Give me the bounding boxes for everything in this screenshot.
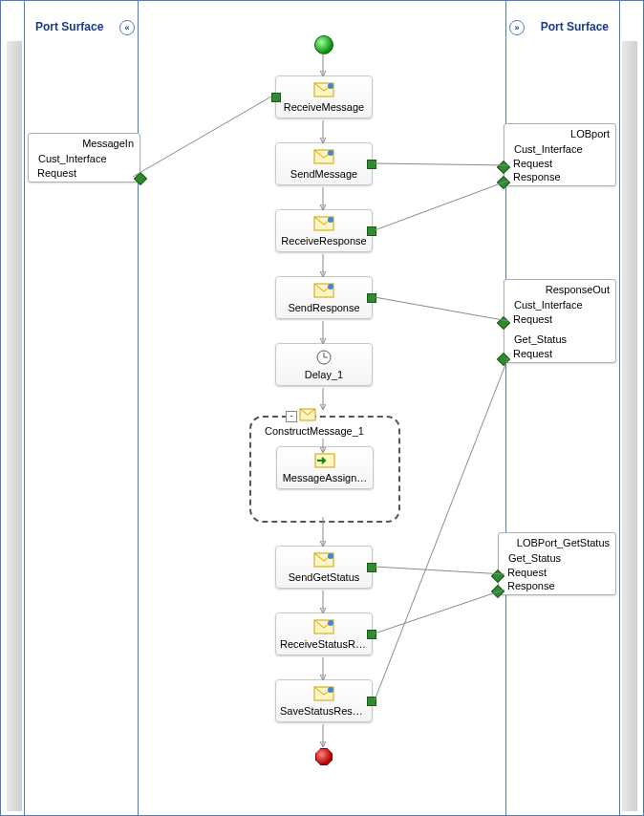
port-row-label: Request: [513, 348, 552, 359]
shape-connector-icon[interactable]: [271, 93, 281, 102]
port-row-label: Response: [507, 580, 555, 591]
right-port-strip: [622, 41, 637, 811]
port-title: LOBPort_GetStatus: [504, 537, 610, 550]
send-icon: [276, 684, 372, 703]
port-row[interactable]: Request: [504, 566, 610, 579]
right-port-surface-label: Port Surface: [541, 20, 609, 33]
port-connector-icon[interactable]: [497, 176, 510, 189]
port-operation: Get_Status: [504, 550, 610, 566]
port-row-label: Request: [37, 167, 76, 179]
end-node-icon[interactable]: [315, 748, 333, 765]
port-title: MessageIn: [34, 138, 134, 151]
port-operation: Cust_Interface: [34, 151, 134, 166]
shape-save-status-response[interactable]: SaveStatusResp…: [275, 679, 373, 722]
port-operation: Get_Status: [510, 332, 610, 347]
receive-icon: [276, 80, 372, 99]
collapse-toggle-icon[interactable]: -: [286, 411, 297, 422]
port-title: ResponseOut: [510, 284, 610, 297]
svg-point-14: [328, 553, 333, 559]
port-row-label: Response: [513, 171, 561, 183]
guide-line: [24, 1, 25, 815]
svg-point-5: [328, 217, 333, 223]
port-row-label: Request: [507, 567, 547, 578]
collapse-left-icon[interactable]: «: [119, 20, 135, 35]
port-connector-icon[interactable]: [134, 172, 147, 185]
shape-message-assignment[interactable]: MessageAssign…: [276, 446, 374, 489]
clock-icon: [276, 348, 372, 367]
shape-label: ConstructMessage_1: [261, 423, 389, 442]
shape-receive-message[interactable]: ReceiveMessage: [275, 75, 373, 118]
svg-line-30: [133, 97, 271, 177]
left-port-strip: [7, 41, 22, 811]
receive-icon: [276, 617, 372, 636]
svg-line-36: [375, 357, 508, 700]
shape-connector-icon[interactable]: [367, 697, 376, 706]
send-icon: [276, 281, 372, 300]
port-row[interactable]: Request: [510, 347, 610, 360]
shape-connector-icon[interactable]: [367, 226, 376, 236]
shape-label: SaveStatusResp…: [276, 703, 372, 721]
svg-point-18: [328, 687, 333, 693]
shape-label: MessageAssign…: [277, 470, 373, 488]
svg-line-34: [375, 567, 504, 574]
send-icon: [276, 550, 372, 569]
port-lobport[interactable]: LOBport Cust_Interface Request Response: [504, 123, 616, 186]
guide-line: [619, 1, 620, 815]
left-port-surface-label: Port Surface: [35, 20, 103, 33]
send-icon: [276, 147, 372, 166]
port-lobport-getstatus[interactable]: LOBPort_GetStatus Get_Status Request Res…: [498, 532, 616, 595]
svg-line-32: [375, 181, 508, 230]
shape-send-get-status[interactable]: SendGetStatus: [275, 546, 373, 589]
start-node-icon[interactable]: [314, 35, 333, 54]
shape-label: ReceiveResponse: [276, 233, 372, 251]
shape-label: SendGetStatus: [276, 569, 372, 588]
port-messagein[interactable]: MessageIn Cust_Interface Request: [28, 133, 140, 183]
svg-point-3: [328, 150, 333, 156]
port-operation: Cust_Interface: [510, 297, 610, 312]
port-responseout[interactable]: ResponseOut Cust_Interface Request Get_S…: [504, 279, 616, 363]
shape-send-response[interactable]: SendResponse: [275, 276, 373, 319]
port-title: LOBport: [510, 128, 610, 141]
port-connector-icon[interactable]: [497, 161, 510, 174]
port-row[interactable]: Request: [34, 166, 134, 180]
receive-icon: [276, 214, 372, 233]
port-connector-icon[interactable]: [491, 585, 504, 598]
port-row[interactable]: Response: [504, 579, 610, 592]
port-row[interactable]: Request: [510, 312, 610, 326]
port-row-label: Request: [513, 313, 552, 325]
shape-receive-status-response[interactable]: ReceiveStatusRe…: [275, 612, 373, 655]
assign-icon: [277, 451, 373, 470]
shape-connector-icon[interactable]: [367, 630, 376, 639]
shape-label: ReceiveStatusRe…: [276, 636, 372, 655]
port-row-label: Request: [513, 158, 552, 169]
shape-label: ReceiveMessage: [276, 99, 372, 118]
orchestration-canvas: Port Surface Port Surface « » MessageIn …: [0, 0, 644, 816]
shape-connector-icon[interactable]: [367, 293, 376, 303]
port-row[interactable]: Request: [510, 157, 610, 170]
shape-label: SendMessage: [276, 166, 372, 184]
svg-point-16: [328, 620, 333, 626]
shape-label: Delay_1: [276, 367, 372, 385]
shape-send-message[interactable]: SendMessage: [275, 142, 373, 185]
shape-connector-icon[interactable]: [367, 160, 376, 169]
svg-point-1: [328, 83, 333, 89]
shape-receive-response[interactable]: ReceiveResponse: [275, 209, 373, 252]
shape-connector-icon[interactable]: [367, 563, 376, 572]
shape-construct-message[interactable]: - ConstructMessage_1 MessageAssign…: [249, 416, 400, 523]
shape-label: SendResponse: [276, 300, 372, 318]
shape-delay[interactable]: Delay_1: [275, 343, 373, 386]
svg-line-31: [375, 163, 508, 165]
port-operation: Cust_Interface: [510, 141, 610, 157]
guide-line: [138, 1, 139, 815]
collapse-right-icon[interactable]: »: [509, 20, 525, 35]
svg-point-7: [328, 284, 333, 290]
svg-line-33: [375, 297, 508, 321]
envelope-icon: [299, 408, 316, 424]
port-row[interactable]: Response: [510, 170, 610, 183]
port-connector-icon[interactable]: [491, 569, 504, 583]
port-connector-icon[interactable]: [497, 353, 510, 366]
port-connector-icon[interactable]: [497, 316, 510, 330]
svg-line-35: [375, 590, 504, 633]
